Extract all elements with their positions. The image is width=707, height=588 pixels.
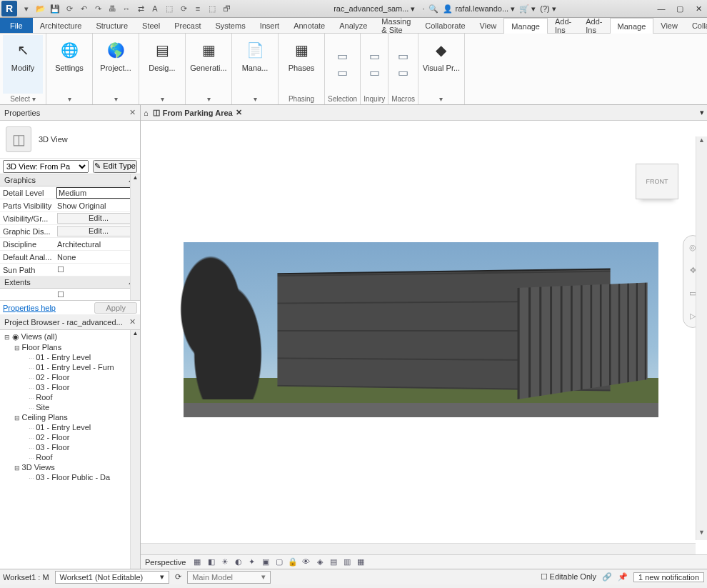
property-value[interactable]: None: [56, 253, 140, 261]
thin-lines-icon[interactable]: ≡: [191, 2, 204, 15]
property-value[interactable]: [56, 265, 140, 274]
close-tab-icon[interactable]: ✕: [236, 108, 242, 117]
view-tab[interactable]: ◫ From Parking Area ✕: [153, 108, 242, 117]
tab-architecture[interactable]: Architecture: [33, 18, 89, 33]
lock-icon[interactable]: 🔒: [287, 557, 299, 567]
document-name[interactable]: rac_advanced_sam... ▾: [331, 4, 418, 14]
tab-insert[interactable]: Insert: [253, 18, 287, 33]
tab-add-ins[interactable]: Add-Ins: [578, 18, 609, 33]
search-icon[interactable]: 🔍: [428, 4, 438, 14]
sync-icon[interactable]: ⟳: [63, 2, 76, 15]
type-selector[interactable]: ◫ 3D View: [0, 121, 140, 159]
ribbon-button-settings[interactable]: 🌐Settings: [49, 35, 89, 94]
ribbon-button-phases[interactable]: ▦Phases: [281, 35, 321, 94]
ribbon-group-label[interactable]: ▾: [161, 94, 164, 104]
tab-add-ins[interactable]: Add-Ins: [548, 18, 578, 33]
ribbon-small-button[interactable]: ▭: [369, 49, 380, 63]
close-hidden-icon[interactable]: ⬚: [206, 2, 219, 15]
design-option-selector[interactable]: Main Model▾: [187, 571, 271, 584]
crop-region-icon[interactable]: ▢: [274, 557, 285, 567]
plane-icon[interactable]: ▷: [690, 312, 696, 321]
analytical-icon[interactable]: ▦: [355, 557, 366, 567]
render-icon[interactable]: ✦: [246, 557, 258, 567]
ribbon-group-label[interactable]: ▾: [68, 94, 71, 104]
ribbon-group-label[interactable]: Macros: [391, 94, 415, 104]
file-tab[interactable]: File: [0, 18, 33, 33]
close-icon[interactable]: ✕: [129, 108, 136, 117]
ribbon-button-modify[interactable]: ↖Modify: [3, 35, 43, 94]
close-button[interactable]: ✕: [691, 4, 706, 14]
tree-branch[interactable]: Floor Plans: [0, 342, 140, 352]
visual-style-icon[interactable]: ◧: [206, 557, 217, 567]
editable-only-checkbox[interactable]: Editable Only: [541, 572, 597, 582]
ribbon-group-label[interactable]: Phasing: [289, 94, 314, 104]
view-instance-selector[interactable]: 3D View: From Pa: [3, 160, 89, 173]
ribbon-button-desig-[interactable]: ▤Desig...: [142, 35, 182, 94]
view-menu-icon[interactable]: ▾: [700, 108, 704, 117]
help-icon[interactable]: (?) ▾: [540, 4, 556, 14]
view-cube[interactable]: FRONT: [636, 164, 678, 199]
tree-leaf[interactable]: 01 - Entry Level: [0, 352, 140, 362]
worksharing-icon[interactable]: ▤: [328, 557, 339, 567]
property-row[interactable]: Sun Path: [0, 264, 140, 276]
tab-manage[interactable]: Manage: [610, 18, 654, 34]
align-icon[interactable]: ⇄: [134, 2, 147, 15]
ribbon-button-generati-[interactable]: ▦Generati...: [189, 35, 229, 94]
constraints-icon[interactable]: ▥: [341, 557, 353, 567]
property-value[interactable]: [56, 290, 140, 299]
sync-status-icon[interactable]: ⟳: [175, 572, 181, 582]
ribbon-small-button[interactable]: ▭: [337, 66, 348, 79]
property-row[interactable]: Parts VisibilityShow Original: [0, 199, 140, 212]
property-row[interactable]: Default Anal...None: [0, 251, 140, 264]
redo-icon[interactable]: ↷: [91, 2, 104, 15]
property-row[interactable]: Graphic Dis...Edit...: [0, 225, 140, 238]
section-icon[interactable]: ⟳: [177, 2, 190, 15]
ribbon-small-button[interactable]: ▭: [337, 49, 348, 63]
property-value[interactable]: Edit...: [57, 213, 139, 224]
tab-analyze[interactable]: Analyze: [332, 18, 374, 33]
apply-button[interactable]: Apply: [94, 302, 137, 314]
tree-leaf[interactable]: Roof: [0, 392, 140, 402]
measure-icon[interactable]: ↔: [120, 2, 133, 15]
tab-structure[interactable]: Structure: [89, 18, 135, 33]
property-value[interactable]: Edit...: [57, 226, 139, 236]
edit-type-button[interactable]: ✎ Edit Type: [93, 160, 137, 173]
app-logo[interactable]: R: [1, 1, 17, 16]
view-canvas[interactable]: FRONT ◎ ✥ ▭ ▷ ▲▼: [141, 121, 707, 554]
tab-massing-site[interactable]: Massing & Site: [374, 18, 418, 33]
tree-leaf[interactable]: 03 - Floor: [0, 382, 140, 392]
home-icon[interactable]: ⌂: [144, 109, 149, 117]
ribbon-group-label[interactable]: ▾: [439, 94, 443, 104]
ribbon-button-project-[interactable]: 🌎Project...: [96, 35, 136, 94]
text-icon[interactable]: A: [149, 2, 161, 15]
tab-steel[interactable]: Steel: [135, 18, 167, 33]
workset-selector[interactable]: Workset1 (Not Editable)▾: [55, 571, 170, 584]
tree-leaf[interactable]: 03 - Floor Public - Da: [0, 472, 140, 482]
cart-icon[interactable]: 🛒 ▾: [519, 4, 536, 14]
scrollbar[interactable]: ▲: [130, 174, 140, 300]
tree-leaf[interactable]: Site: [0, 402, 140, 412]
minimize-button[interactable]: —: [654, 4, 668, 13]
horizontal-scrollbar[interactable]: [141, 543, 696, 554]
tab-collaborate[interactable]: Collaborate: [685, 18, 707, 33]
property-row[interactable]: Detail LevelMedium: [0, 186, 140, 199]
print-icon[interactable]: 🖶: [106, 2, 119, 15]
ribbon-small-button[interactable]: ▭: [369, 66, 380, 79]
ribbon-group-label[interactable]: ▾: [207, 94, 211, 104]
tab-collaborate[interactable]: Collaborate: [418, 18, 472, 33]
shadows-icon[interactable]: ◐: [233, 557, 244, 567]
3d-icon[interactable]: ⬚: [163, 2, 176, 15]
property-row[interactable]: Visibility/Gr...Edit...: [0, 212, 140, 225]
ribbon-button-visual-pr-[interactable]: ◆Visual Pr...: [421, 35, 461, 94]
property-value[interactable]: Architectural: [56, 240, 140, 249]
user-account[interactable]: 👤 rafal.lewando... ▾: [443, 4, 515, 14]
switch-icon[interactable]: 🗗: [220, 2, 233, 15]
property-section-header[interactable]: Extents⏶: [0, 276, 140, 289]
sun-path-icon[interactable]: ☀: [219, 557, 231, 567]
save-icon[interactable]: 💾: [49, 2, 61, 15]
ribbon-group-label[interactable]: Select ▾: [10, 94, 36, 104]
undo-icon[interactable]: ↶: [77, 2, 90, 15]
tree-leaf[interactable]: 01 - Entry Level: [0, 422, 140, 432]
property-row[interactable]: DisciplineArchitectural: [0, 238, 140, 251]
tree-leaf[interactable]: Roof: [0, 452, 140, 462]
